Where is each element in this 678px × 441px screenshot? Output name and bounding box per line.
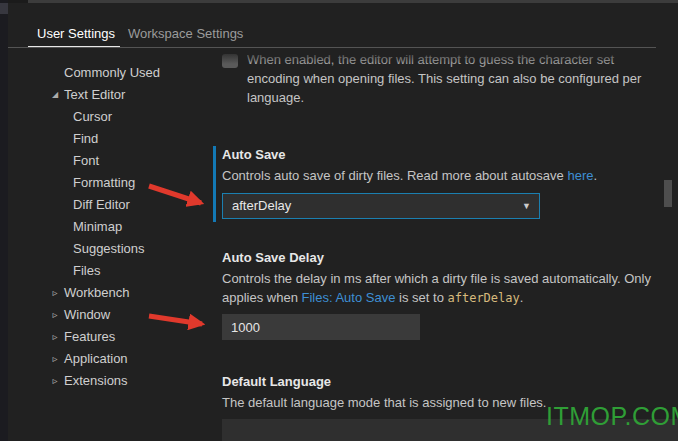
collapse-arrow-icon[interactable]: ▹ — [48, 282, 62, 304]
sidebar-item-application[interactable]: ▹ Application — [0, 348, 213, 370]
sidebar-item-font[interactable]: Font — [0, 150, 213, 172]
auto-save-description: Controls auto save of dirty files. Read … — [222, 166, 597, 185]
tab-user-settings[interactable]: User Settings — [37, 26, 115, 41]
sidebar-item-features[interactable]: ▹ Features — [0, 326, 213, 348]
sidebar-item-label: Workbench — [64, 285, 130, 300]
description-text: is set to — [395, 290, 447, 305]
sidebar-item-text-editor[interactable]: ◢ Text Editor — [0, 84, 213, 106]
watermark-text: ITMOP.COM — [546, 402, 678, 431]
description-text: . — [520, 290, 524, 305]
sidebar-item-minimap[interactable]: Minimap — [0, 216, 213, 238]
vertical-scrollbar-thumb[interactable] — [664, 180, 672, 207]
sidebar-item-window[interactable]: ▹ Window — [0, 304, 213, 326]
sidebar-item-label: Cursor — [73, 109, 112, 124]
code-value: afterDelay — [447, 291, 519, 305]
auto-guess-encoding-checkbox[interactable] — [222, 54, 238, 68]
settings-editor: User Settings Workspace Settings Commonl… — [0, 0, 678, 441]
auto-save-dropdown[interactable]: afterDelay ▼ — [222, 193, 540, 219]
here-link[interactable]: here — [567, 168, 593, 183]
chevron-down-icon: ▼ — [522, 194, 531, 218]
sidebar-item-label: Diff Editor — [73, 197, 130, 212]
sidebar-item-workbench[interactable]: ▹ Workbench — [0, 282, 213, 304]
sidebar-item-label: Window — [64, 307, 110, 322]
sidebar-item-label: Text Editor — [64, 87, 125, 102]
settings-tree: Commonly Used ◢ Text Editor Cursor Find … — [0, 62, 213, 392]
default-language-title: Default Language — [222, 374, 331, 389]
sidebar-item-label: Files — [73, 263, 100, 278]
sidebar-item-label: Formatting — [73, 175, 135, 190]
files-auto-save-link[interactable]: Files: Auto Save — [302, 290, 396, 305]
auto-save-delay-input[interactable] — [222, 314, 420, 340]
sidebar-item-label: Application — [64, 351, 128, 366]
sidebar-item-label: Font — [73, 153, 99, 168]
auto-save-delay-title: Auto Save Delay — [222, 250, 324, 265]
sidebar-item-label: Suggestions — [73, 241, 145, 256]
description-text: . — [593, 168, 597, 183]
default-language-description: The default language mode that is assign… — [222, 393, 547, 412]
auto-save-delay-description: Controls the delay in ms after which a d… — [222, 269, 651, 308]
collapse-arrow-icon[interactable]: ▹ — [48, 326, 62, 348]
tab-workspace-settings[interactable]: Workspace Settings — [128, 26, 243, 41]
collapse-arrow-icon[interactable]: ▹ — [48, 348, 62, 370]
sidebar-item-label: Find — [73, 131, 98, 146]
description-text: Controls auto save of dirty files. Read … — [222, 168, 567, 183]
sidebar-item-commonly-used[interactable]: Commonly Used — [0, 62, 213, 84]
collapse-arrow-icon[interactable]: ▹ — [48, 370, 62, 392]
modified-setting-indicator — [213, 146, 216, 222]
left-scrollbar-thumb[interactable] — [0, 3, 8, 14]
description-line: encoding when opening files. This settin… — [247, 69, 641, 88]
collapse-arrow-icon[interactable]: ▹ — [48, 304, 62, 326]
description-line: applies when Files: Auto Save is set to … — [222, 288, 651, 308]
sidebar-item-label: Commonly Used — [64, 65, 160, 80]
sidebar-item-label: Minimap — [73, 219, 122, 234]
sidebar-item-diff-editor[interactable]: Diff Editor — [0, 194, 213, 216]
sidebar-item-cursor[interactable]: Cursor — [0, 106, 213, 128]
description-line: language. — [247, 88, 641, 107]
description-text: applies when — [222, 290, 302, 305]
description-line: When enabled, the editor will attempt to… — [247, 50, 641, 69]
auto-guess-encoding-description: When enabled, the editor will attempt to… — [247, 50, 641, 107]
auto-save-dropdown-value: afterDelay — [232, 198, 291, 213]
sidebar-item-files[interactable]: Files — [0, 260, 213, 282]
sidebar-item-find[interactable]: Find — [0, 128, 213, 150]
top-strip-right — [28, 0, 678, 3]
sidebar-item-formatting[interactable]: Formatting — [0, 172, 213, 194]
header-separator — [8, 47, 656, 48]
sidebar-item-label: Extensions — [64, 373, 128, 388]
sidebar-item-suggestions[interactable]: Suggestions — [0, 238, 213, 260]
expand-arrow-icon[interactable]: ◢ — [48, 84, 62, 106]
sidebar-item-label: Features — [64, 329, 115, 344]
sidebar-item-extensions[interactable]: ▹ Extensions — [0, 370, 213, 392]
description-line: Controls the delay in ms after which a d… — [222, 269, 651, 288]
auto-save-title: Auto Save — [222, 147, 286, 162]
